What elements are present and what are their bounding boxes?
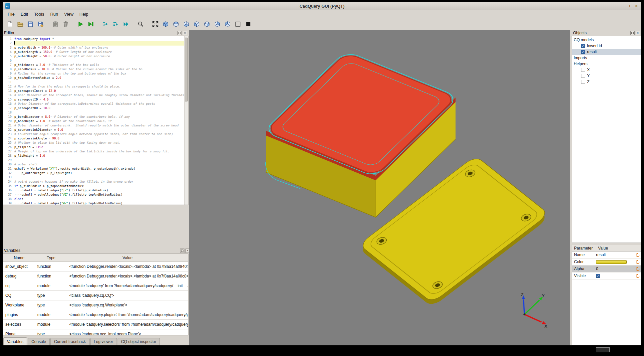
param-row-alpha[interactable]: Alpha0 <box>572 266 641 272</box>
code-text: ····p_outerHeight + p_lipHeight) <box>14 171 184 175</box>
wireframe-button[interactable] <box>233 20 242 28</box>
editor-close-icon[interactable]: × <box>183 31 187 35</box>
menu-edit[interactable]: Edit <box>18 11 31 18</box>
tree-item-result[interactable]: result <box>572 49 641 55</box>
tab-cq-object-inspector[interactable]: CQ object inspector <box>118 338 160 345</box>
view-top-button[interactable] <box>171 20 180 28</box>
code-editor[interactable]: 1from cadquery import *23p_outerWidth = … <box>3 36 188 205</box>
line-number: 8 <box>3 67 14 72</box>
open-file-button[interactable] <box>16 20 24 28</box>
param-value[interactable] <box>596 260 635 264</box>
objects-close-icon[interactable]: × <box>636 31 640 35</box>
reset-icon[interactable] <box>635 273 640 278</box>
maximize-button[interactable]: + <box>626 3 633 9</box>
tab-variables[interactable]: Variables <box>3 337 27 345</box>
new-file-button[interactable] <box>5 20 14 28</box>
checkbox-lowerlid[interactable] <box>581 44 585 48</box>
variable-row-show-object[interactable]: show_objectfunction<function Debugger.re… <box>3 262 188 271</box>
visible-checkbox[interactable] <box>596 274 600 278</box>
menu-run[interactable]: Run <box>47 11 61 18</box>
checkbox-y[interactable] <box>581 74 585 78</box>
tree-item-x[interactable]: X <box>572 67 641 73</box>
checkbox-result[interactable] <box>581 50 585 54</box>
parameter-header: Parameter Value <box>572 245 641 252</box>
zoom-to-fit-button[interactable] <box>136 20 145 28</box>
reset-icon[interactable] <box>635 260 640 264</box>
tree-group-label: Imports <box>574 56 587 60</box>
checkbox-z[interactable] <box>581 80 585 84</box>
variable-cell: <module 'cadquery.plugins' from '/home/a… <box>67 310 188 320</box>
param-value[interactable]: 0 <box>596 267 635 271</box>
code-line: 39····oshell = oshell.edges("#Z").fillet… <box>3 201 184 205</box>
view-front-button[interactable] <box>213 20 221 28</box>
tree-item-z[interactable]: Z <box>572 79 641 85</box>
editor-scrollbar[interactable] <box>184 36 188 205</box>
menu-help[interactable]: Help <box>77 11 92 18</box>
view-left-button[interactable] <box>192 20 201 28</box>
code-line: 38else: <box>3 197 184 201</box>
param-value[interactable] <box>596 274 635 278</box>
reset-icon[interactable] <box>635 253 640 257</box>
code-area[interactable]: 1from cadquery import *23p_outerWidth = … <box>3 37 184 205</box>
tab-current-traceback[interactable]: Current traceback <box>50 338 89 345</box>
objects-float-icon[interactable] <box>630 31 635 35</box>
variable-cell: <function Debugger.render.<locals>.<lamb… <box>67 271 188 281</box>
line-number: 35 <box>3 184 14 188</box>
param-row-visible[interactable]: Visible <box>572 272 641 279</box>
variable-row-debug[interactable]: debugfunction<function Debugger.render.<… <box>3 271 188 281</box>
clipboard-button[interactable] <box>51 20 60 28</box>
tree-item-lowerlid[interactable]: lowerLid <box>572 43 641 49</box>
save-as-file-button[interactable] <box>36 20 45 28</box>
tree-item-label: Y <box>587 74 590 78</box>
view-isometric-button[interactable] <box>161 20 170 28</box>
tree-group-helpers[interactable]: Helpers <box>572 61 641 67</box>
variable-row-selectors[interactable]: selectorsmodule<module 'cadquery.selecto… <box>3 320 188 329</box>
view-right-button[interactable] <box>202 20 211 28</box>
tab-console[interactable]: Console <box>28 338 50 345</box>
variable-row-cq[interactable]: CQtype<class 'cadquery.cq.CQ'> <box>3 291 188 300</box>
line-number: 33 <box>3 175 14 180</box>
code-text: # weird geometry happens if we make the … <box>14 180 184 184</box>
variables-col-value: Value <box>67 254 188 262</box>
save-file-button[interactable] <box>26 20 35 28</box>
editor-scrollbar-thumb[interactable] <box>185 38 188 101</box>
view-back-button[interactable] <box>223 20 232 28</box>
minimize-button[interactable]: − <box>620 3 626 9</box>
objects-panel-header: Objects × <box>572 30 641 36</box>
variables-float-icon[interactable] <box>180 249 184 253</box>
debug-button[interactable] <box>86 20 95 28</box>
step-into-button[interactable] <box>101 20 110 28</box>
view-bottom-button[interactable] <box>182 20 190 28</box>
stop-button[interactable] <box>244 20 252 28</box>
variable-row-workplane[interactable]: Workplanetype<class 'cadquery.cq.Workpla… <box>3 300 188 310</box>
code-line: 19p_boreDiameter = 8.0··# Diameter of th… <box>3 115 184 119</box>
variable-row-plane[interactable]: Planetype<class 'cadquery.occ_impl.geom.… <box>3 329 188 336</box>
tab-log-viewer[interactable]: Log viewer <box>90 338 117 345</box>
variable-row-plugins[interactable]: pluginsmodule<module 'cadquery.plugins' … <box>3 310 188 320</box>
param-value[interactable]: result <box>596 253 635 257</box>
param-row-name[interactable]: Nameresult <box>572 252 641 259</box>
step-over-button[interactable] <box>111 20 120 28</box>
viewport-canvas[interactable]: Z Y X <box>189 30 570 345</box>
viewport-3d[interactable]: Z Y X <box>189 30 570 345</box>
checkbox-x[interactable] <box>581 68 585 72</box>
render-button[interactable] <box>76 20 85 28</box>
tree-group-imports[interactable]: Imports <box>572 55 641 61</box>
code-text <box>14 110 184 115</box>
line-number: 24 <box>3 136 14 141</box>
close-button[interactable]: × <box>633 3 640 9</box>
menu-tools[interactable]: Tools <box>31 11 47 18</box>
menu-view[interactable]: View <box>61 11 77 18</box>
variable-row-cq[interactable]: cqmodule<module 'cadquery' from '/home/a… <box>3 281 188 291</box>
color-swatch[interactable] <box>596 260 627 264</box>
fit-all-button[interactable] <box>151 20 160 28</box>
trash-button[interactable] <box>61 20 70 28</box>
param-row-color[interactable]: Color <box>572 259 641 266</box>
menu-file[interactable]: File <box>5 11 18 18</box>
code-text: from cadquery import * <box>14 37 184 41</box>
tree-group-cq-models[interactable]: CQ models <box>572 37 641 43</box>
reset-icon[interactable] <box>635 267 640 271</box>
tree-item-y[interactable]: Y <box>572 73 641 79</box>
continue-button[interactable] <box>122 20 130 28</box>
editor-float-icon[interactable] <box>177 31 182 35</box>
